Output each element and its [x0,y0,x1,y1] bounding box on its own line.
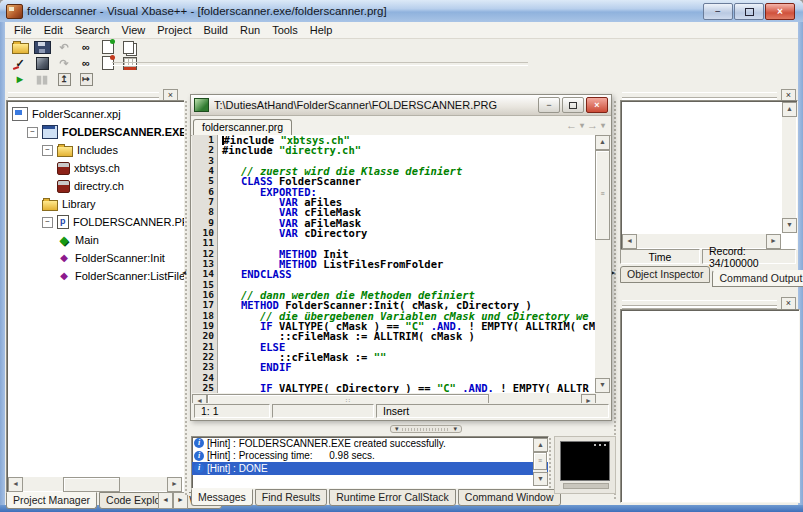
message-row[interactable]: i[Hint] : Processing time: 0.98 secs. [192,450,548,463]
scroll-up-icon[interactable]: ▲ [782,102,797,117]
messages-vscrollbar[interactable]: ▲ ≡ ▼ [533,438,547,486]
tree-item[interactable]: directry.ch [7,179,185,193]
editor-restore-button[interactable] [562,97,584,113]
editor-titlebar[interactable]: T:\DutiesAtHand\FolderScanner\FOLDERSCAN… [191,95,611,116]
maximize-button[interactable] [734,3,764,20]
scroll-down-icon[interactable]: ▼ [595,378,610,393]
scroll-down-icon[interactable]: ▼ [533,472,548,486]
scroll-thumb[interactable]: ≡ [595,150,610,240]
scroll-up-icon[interactable]: ▲ [595,135,610,150]
undo-button[interactable]: ↶ [53,39,75,55]
tree-item[interactable]: xbtsys.ch [7,161,185,175]
titlebar[interactable]: folderscanner - Visual Xbase++ - [folder… [0,0,803,23]
tree-item-label: directry.ch [74,180,124,192]
editor-window-icon [194,98,209,112]
editor-window: T:\DutiesAtHand\FolderScanner\FOLDERSCAN… [190,94,612,421]
code-text: #include "directry.ch" [218,145,361,155]
editor-close-button[interactable]: × [586,97,608,113]
tree-expander-icon[interactable]: − [27,127,38,138]
find-button[interactable]: ∞ [75,39,97,55]
scroll-left-icon[interactable]: ◄ [8,477,23,492]
output-vscrollbar[interactable]: ▲ ▼ [782,102,796,233]
find-next-button[interactable]: ∞ [75,55,97,71]
pause-button[interactable]: ▮▮ [31,71,53,87]
editor-vscrollbar[interactable]: ▲ ≡ ▼ [595,135,610,393]
tree-expander-icon[interactable]: − [42,145,53,156]
step-into-button[interactable]: ↥ [53,71,75,87]
nav-back-icon[interactable]: ← [566,119,577,131]
tree-item[interactable]: ◆FolderScanner:ListFilesFromFol [7,269,185,283]
tree-item[interactable]: ◆Main [7,233,185,247]
scroll-thumb[interactable] [63,477,120,492]
editor-file-tab[interactable]: folderscanner.prg [193,119,292,135]
project-tree-hscrollbar[interactable]: ◄ ► [8,477,182,491]
main-icon: ◆ [57,234,71,246]
tree-item[interactable]: −FOLDERSCANNER.PRG [7,215,185,229]
redo-button[interactable]: ↷ [53,55,75,71]
tab-find-results[interactable]: Find Results [255,489,327,506]
left-splitter[interactable]: ◂ [184,100,189,495]
editor-minimize-button[interactable]: − [538,97,560,113]
close-button[interactable]: × [765,3,795,20]
build-all-button[interactable] [31,55,53,71]
scroll-right-icon[interactable]: ► [167,477,182,492]
tab-command-output[interactable]: Command Output [712,270,803,287]
scroll-down-icon[interactable]: ▼ [782,218,797,233]
lower-panel-grip[interactable]: × [622,299,796,307]
menu-project[interactable]: Project [151,23,197,37]
menu-build[interactable]: Build [197,23,233,37]
lower-output-area[interactable] [620,309,800,503]
lower-panel-close-button[interactable]: × [781,297,796,310]
nav-forward-dropdown-icon[interactable]: ▾ [601,121,605,130]
compile-file-button[interactable] [97,39,119,55]
app-preview-window[interactable] [554,436,616,494]
tree-item-label: FolderScanner:ListFilesFromFol [75,270,186,282]
tab-command-window[interactable]: Command Window [458,489,561,506]
open-file-icon [12,43,29,54]
scroll-thumb[interactable]: ≡ [533,452,547,470]
scroll-left-icon[interactable]: ◄ [622,234,637,249]
menu-run[interactable]: Run [234,23,266,37]
start-debug-button[interactable]: ► [9,71,31,87]
step-over-icon: ↦ [80,73,93,86]
tab-object-inspector[interactable]: Object Inspector [620,266,710,283]
nav-forward-icon[interactable]: → [587,119,598,131]
build-exe-button[interactable] [119,39,141,55]
step-over-button[interactable]: ↦ [75,71,97,87]
menu-help[interactable]: Help [304,23,339,37]
code-line: 23 ENDIF [192,362,610,372]
tab-project-manager[interactable]: Project Manager [6,492,97,509]
tree-item[interactable]: FolderScanner.xpj [7,107,185,121]
open-file-button[interactable] [9,39,31,55]
tree-item[interactable]: −Includes [7,143,185,157]
tab-runtime-error-callstack[interactable]: Runtime Error CallStack [329,489,456,506]
menu-edit[interactable]: Edit [38,23,69,37]
tab-scroll-left-icon[interactable]: ◄ [158,492,173,509]
menu-view[interactable]: View [116,23,152,37]
tree-item[interactable]: Library [7,197,185,211]
menu-tools[interactable]: Tools [266,23,304,37]
command-output-area[interactable]: ▲ ▼ ◄ ► [620,100,798,250]
tree-item[interactable]: −FOLDERSCANNER.EXE [7,125,185,139]
menu-file[interactable]: File [8,23,38,37]
tab-messages[interactable]: Messages [191,489,253,506]
nav-back-dropdown-icon[interactable]: ▾ [580,121,584,130]
menu-search[interactable]: Search [69,23,116,37]
tree-expander-icon[interactable]: − [42,217,53,228]
tree-item[interactable]: ◆FolderScanner:Init [7,251,185,265]
code-editor[interactable]: 1#include "xbtsys.ch"2#include "directry… [192,135,610,393]
save-button[interactable] [31,39,53,55]
project-panel-grip[interactable]: × [8,91,178,99]
scroll-up-icon[interactable]: ▲ [533,438,548,452]
info-icon: i [194,463,204,473]
inspector-panel-grip[interactable]: × [622,91,796,99]
collapse-left-icon[interactable]: ◂ [182,268,186,277]
insert-mode: Insert [376,404,609,418]
minimize-button[interactable]: − [703,3,733,20]
time-cell: Time [620,249,700,264]
cursor-position: 1: 1 [194,404,270,418]
message-row[interactable]: i[Hint] : FOLDERSCANNER.EXE created succ… [192,437,548,450]
check-syntax-button[interactable]: ✓ [9,55,31,71]
output-collapse-handle[interactable]: ▾ ▾ [390,425,462,433]
message-row[interactable]: i[Hint] : DONE [192,462,548,475]
